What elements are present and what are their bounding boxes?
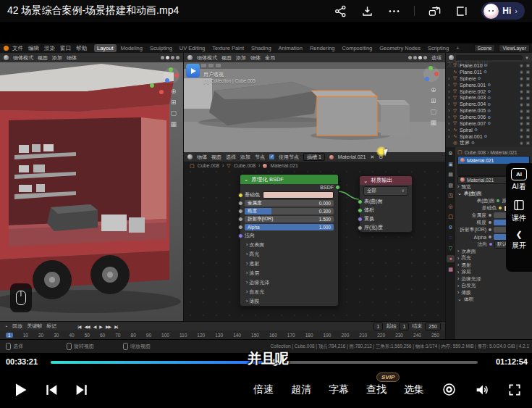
navigation-gizmo[interactable] bbox=[164, 67, 180, 83]
principled-bsdf-node[interactable]: ⌄ 原理化 BSDF BSDF 基础色 bbox=[240, 174, 339, 307]
output-node-header[interactable]: ⌄ 材质输出 bbox=[360, 176, 412, 185]
outliner-item[interactable]: ▽ Plane.010 ⚙ ◉ ▣ bbox=[446, 62, 532, 69]
shader-menu-item[interactable]: 选择 bbox=[226, 154, 236, 161]
playback-button[interactable]: ▶▶ bbox=[106, 324, 111, 329]
quality-button[interactable]: 超清 bbox=[291, 383, 311, 396]
middle-3d-viewport[interactable]: 物体模式 视图添加物体 全局 选项 用户透视 (1) Collection | … bbox=[183, 53, 445, 152]
subtitle-button[interactable]: 字幕 bbox=[329, 383, 349, 396]
options-dropdown[interactable]: 选项 bbox=[431, 54, 442, 62]
bsdf-section-toggle[interactable]: › 高光 bbox=[240, 249, 338, 259]
menu-item[interactable]: 渲染 bbox=[44, 45, 55, 52]
output-target-dropdown[interactable]: 全部 ∨ bbox=[363, 186, 408, 196]
render-tab-icon[interactable]: ▣ bbox=[447, 161, 455, 168]
workspace-tab[interactable]: Shading bbox=[248, 44, 274, 52]
viewport-menu-item[interactable]: 物体 bbox=[67, 54, 77, 62]
display-mode-icon[interactable] bbox=[449, 55, 454, 60]
camera-visibility-icon[interactable]: ▣ bbox=[526, 121, 530, 125]
eye-icon[interactable]: ◉ bbox=[520, 115, 523, 120]
bsdf-section-toggle[interactable]: › 次表面 bbox=[240, 240, 338, 249]
displacement-input-row[interactable]: 置换 bbox=[360, 215, 412, 223]
material-section-toggle[interactable]: › 薄膜 bbox=[457, 289, 530, 296]
eye-icon[interactable]: ◉ bbox=[520, 128, 523, 132]
play-button[interactable] bbox=[12, 381, 29, 399]
normal-row[interactable]: 法向 bbox=[240, 231, 338, 240]
current-frame-field[interactable]: 1 bbox=[373, 322, 384, 330]
base-color-swatch[interactable] bbox=[263, 191, 334, 199]
roughness-row[interactable]: 糙度 0.300 bbox=[240, 207, 338, 215]
menu-item[interactable]: 帮助 bbox=[76, 45, 87, 52]
shading-mode-icons[interactable] bbox=[408, 56, 427, 59]
more-icon[interactable] bbox=[387, 4, 401, 18]
viewport-menu-item[interactable]: 视图 bbox=[221, 54, 232, 62]
outliner-item[interactable]: ∿ Plane.011 ⚙ ◉ ▣ bbox=[446, 69, 532, 75]
camera-visibility-icon[interactable]: ▣ bbox=[526, 134, 530, 138]
unlink-icon[interactable]: ✕ bbox=[370, 154, 374, 160]
alpha-socket[interactable] bbox=[238, 225, 243, 230]
outliner-item[interactable]: › ▽ Sphere.006 ⚙ ◉ ▣ bbox=[446, 114, 532, 120]
viewlayer-selector[interactable]: ViewLayer bbox=[499, 44, 530, 52]
outliner-item[interactable]: › ▽ Sphere.003 ⚙ ◉ ▣ bbox=[446, 94, 532, 101]
menu-item[interactable]: 文件 bbox=[12, 45, 23, 52]
workspace-tab[interactable]: Scripting bbox=[425, 44, 452, 52]
expander-icon[interactable]: › bbox=[448, 95, 452, 100]
expander-icon[interactable]: › bbox=[448, 89, 452, 94]
eye-icon[interactable]: ◉ bbox=[520, 121, 523, 125]
bsdf-section-toggle[interactable]: › 涂层 bbox=[240, 268, 338, 278]
eye-icon[interactable]: ◉ bbox=[520, 134, 523, 138]
workspace-tab[interactable]: Animation bbox=[276, 44, 305, 52]
outliner-item[interactable]: › ▽ Sphere.005 ⚙ ◉ ▣ bbox=[446, 107, 532, 114]
ior-row[interactable]: 折射率(IOR) 1.500 bbox=[240, 215, 338, 223]
eye-icon[interactable]: ◉ bbox=[520, 89, 523, 93]
playback-button[interactable]: ▶| bbox=[114, 324, 117, 329]
bsdf-section-toggle[interactable]: › 边缘光泽 bbox=[240, 278, 338, 287]
expander-icon[interactable]: › bbox=[448, 108, 452, 113]
bsdf-node-header[interactable]: ⌄ 原理化 BSDF bbox=[240, 175, 338, 184]
fullscreen-icon[interactable] bbox=[507, 383, 522, 397]
shader-editor[interactable]: 物体 视图选择添加节点 ✓ 使用节点 插槽 1 Material.021 ✕ ⊙… bbox=[183, 152, 445, 321]
outliner-panel[interactable]: ▼ ▽ Plane.010 ⚙ ◉ ▣ bbox=[445, 53, 532, 147]
camera-visibility-icon[interactable]: ▣ bbox=[526, 76, 530, 80]
surface-input-row[interactable]: 表(曲)面 bbox=[360, 197, 412, 206]
navigation-gizmo[interactable] bbox=[423, 66, 439, 82]
data-tab-icon[interactable]: ▽ bbox=[447, 245, 455, 252]
pan-icon[interactable]: ⊞ bbox=[430, 97, 436, 104]
eye-icon[interactable]: ◉ bbox=[520, 63, 523, 67]
bsdf-output-socket[interactable] bbox=[335, 185, 340, 190]
scene-tab-icon[interactable]: ◳ bbox=[447, 192, 455, 199]
camera-visibility-icon[interactable]: ▣ bbox=[526, 102, 530, 107]
workspace-tab[interactable]: Compositing bbox=[339, 44, 376, 52]
expander-icon[interactable]: › bbox=[448, 83, 452, 88]
bsdf-section-toggle[interactable]: › 自发光 bbox=[240, 287, 338, 296]
ai-view-button[interactable]: AI AI看 bbox=[511, 168, 527, 192]
thickness-socket[interactable] bbox=[358, 225, 363, 230]
eye-icon[interactable]: ◉ bbox=[520, 102, 523, 107]
editor-type-icon[interactable] bbox=[187, 154, 193, 159]
ior-socket[interactable] bbox=[238, 217, 243, 222]
playback-button[interactable]: ◀◀ bbox=[84, 324, 89, 329]
camera-visibility-icon[interactable]: ▣ bbox=[526, 115, 530, 120]
user-account-button[interactable]: Hi › bbox=[481, 2, 525, 20]
metallic-row[interactable]: 金属度 0.000 bbox=[240, 199, 338, 207]
outliner-item[interactable]: › ▽ Sphere.001 ⚙ ◉ ▣ bbox=[446, 82, 532, 88]
ior-slider[interactable]: 折射率(IOR) 1.500 bbox=[245, 216, 334, 222]
thickness-input-row[interactable]: 厚(宽)度 bbox=[360, 223, 412, 232]
eye-icon[interactable]: ◉ bbox=[520, 76, 523, 80]
camera-visibility-icon[interactable]: ▣ bbox=[526, 70, 530, 74]
viewport-menu-item[interactable]: 视图 bbox=[38, 54, 48, 62]
camera-visibility-icon[interactable]: ▣ bbox=[526, 96, 530, 100]
timeline-menu-item[interactable]: 标记 bbox=[46, 322, 56, 330]
eye-icon[interactable]: ◉ bbox=[520, 96, 523, 100]
mini-player-icon[interactable] bbox=[428, 4, 442, 18]
alpha-slider[interactable]: Alpha 1.000 bbox=[245, 224, 334, 230]
find-button[interactable]: SVIP 查找 bbox=[366, 383, 387, 396]
grid-toggle-icon[interactable]: ▦ bbox=[430, 119, 436, 126]
download-icon[interactable] bbox=[360, 4, 374, 18]
workspace-tab[interactable]: Geometry Nodes bbox=[376, 44, 423, 52]
camera-view-icon[interactable]: ▢ bbox=[170, 109, 177, 117]
scene-selector[interactable]: Scene bbox=[474, 44, 496, 52]
outliner-item[interactable]: › ▽ Sphere ⚙ ◉ ▣ bbox=[446, 75, 532, 82]
alpha-row[interactable]: Alpha 1.000 bbox=[240, 223, 338, 231]
outliner-item[interactable]: ◎ 世界 ⚙ ◉ ▣ bbox=[446, 140, 532, 146]
viewport-menu-item[interactable]: 添加 bbox=[236, 54, 246, 62]
camera-visibility-icon[interactable]: ▣ bbox=[526, 89, 530, 93]
